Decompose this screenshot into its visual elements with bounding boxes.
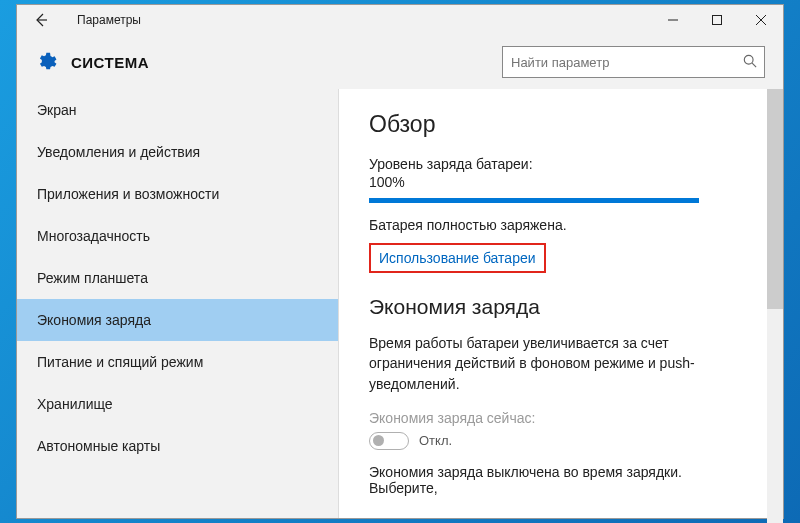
search-wrap	[502, 46, 765, 78]
sidebar-item-label: Хранилище	[37, 396, 113, 412]
sidebar-item[interactable]: Экономия заряда	[17, 299, 338, 341]
scroll-thumb[interactable]	[767, 89, 783, 309]
sidebar-item-label: Автономные карты	[37, 438, 160, 454]
search-icon	[743, 54, 757, 71]
sidebar-item-label: Экран	[37, 102, 77, 118]
sidebar-item[interactable]: Режим планшета	[17, 257, 338, 299]
usage-link-highlight: Использование батареи	[369, 243, 546, 273]
minimize-icon	[668, 15, 678, 25]
svg-rect-1	[713, 16, 722, 25]
window-controls	[651, 5, 783, 35]
svg-line-5	[752, 63, 756, 67]
saver-now-label: Экономия заряда сейчас:	[369, 410, 755, 426]
sidebar-item-label: Приложения и возможности	[37, 186, 219, 202]
sidebar-item[interactable]: Хранилище	[17, 383, 338, 425]
saver-description: Время работы батареи увеличивается за сч…	[369, 333, 739, 394]
sidebar-item[interactable]: Уведомления и действия	[17, 131, 338, 173]
maximize-button[interactable]	[695, 5, 739, 35]
maximize-icon	[712, 15, 722, 25]
battery-progress-bar	[369, 198, 699, 203]
scrollbar[interactable]	[767, 89, 783, 523]
body: ЭкранУведомления и действияПриложения и …	[17, 89, 783, 518]
search-input[interactable]	[502, 46, 765, 78]
sidebar-item-label: Питание и спящий режим	[37, 354, 203, 370]
sidebar-item-label: Многозадачность	[37, 228, 150, 244]
sidebar-item-label: Режим планшета	[37, 270, 148, 286]
sidebar-item-label: Уведомления и действия	[37, 144, 200, 160]
page-title: СИСТЕМА	[71, 54, 149, 71]
sidebar: ЭкранУведомления и действияПриложения и …	[17, 89, 339, 518]
battery-usage-link[interactable]: Использование батареи	[379, 250, 536, 266]
sidebar-item[interactable]: Питание и спящий режим	[17, 341, 338, 383]
window-title: Параметры	[77, 13, 141, 27]
saver-toggle-state: Откл.	[419, 433, 452, 448]
sidebar-item[interactable]: Экран	[17, 89, 338, 131]
minimize-button[interactable]	[651, 5, 695, 35]
battery-status: Батарея полностью заряжена.	[369, 217, 755, 233]
sidebar-item[interactable]: Автономные карты	[17, 425, 338, 467]
overview-heading: Обзор	[369, 111, 755, 138]
sidebar-item[interactable]: Многозадачность	[17, 215, 338, 257]
sidebar-item-label: Экономия заряда	[37, 312, 151, 328]
close-button[interactable]	[739, 5, 783, 35]
battery-level-value: 100%	[369, 174, 755, 190]
gear-icon	[35, 51, 57, 73]
arrow-left-icon	[33, 12, 49, 28]
saver-heading: Экономия заряда	[369, 295, 755, 319]
back-button[interactable]	[17, 5, 65, 35]
sidebar-item[interactable]: Приложения и возможности	[17, 173, 338, 215]
svg-point-4	[744, 55, 753, 64]
saver-toggle[interactable]	[369, 432, 409, 450]
header: СИСТЕМА	[17, 35, 783, 89]
titlebar: Параметры	[17, 5, 783, 35]
battery-level-label: Уровень заряда батареи:	[369, 156, 755, 172]
saver-toggle-row: Откл.	[369, 432, 755, 450]
close-icon	[756, 15, 766, 25]
content: Обзор Уровень заряда батареи: 100% Батар…	[339, 89, 783, 518]
settings-window: Параметры СИСТЕМА ЭкранУведомления и дей…	[16, 4, 784, 519]
saver-note: Экономия заряда выключена во время заряд…	[369, 464, 739, 496]
toggle-knob	[373, 435, 384, 446]
